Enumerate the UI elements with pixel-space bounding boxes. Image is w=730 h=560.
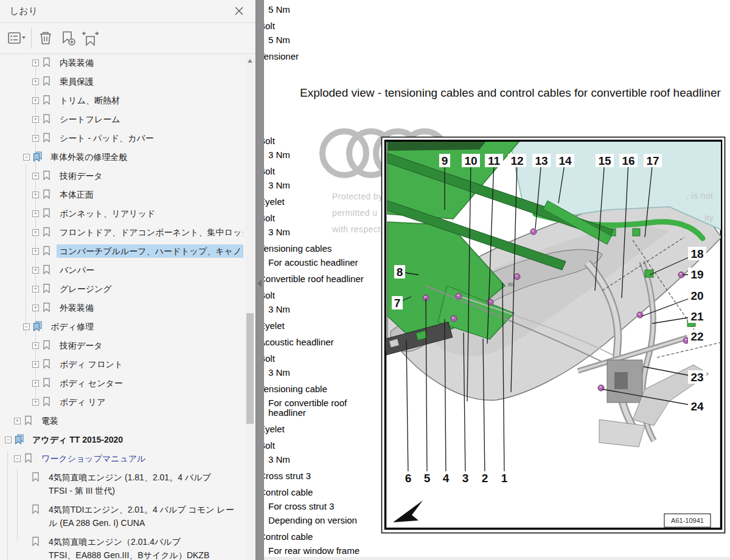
bookmark-item[interactable]: +コンバーチブルルーフ、ハードトップ、キャノピー — [0, 244, 243, 258]
bookmark-icon — [41, 133, 52, 143]
bookmark-label: 電装 — [38, 414, 61, 427]
bookmark-label: 技術データ — [57, 339, 106, 352]
bookmark-item[interactable]: +ボディ フロント — [0, 358, 243, 371]
delete-bookmark-icon[interactable] — [36, 29, 55, 47]
expand-toggle[interactable]: + — [32, 60, 39, 66]
close-panel-icon[interactable] — [234, 5, 245, 16]
expand-toggle[interactable]: + — [32, 78, 39, 85]
callout-23: 23 — [690, 371, 703, 384]
watermark-text: , is not — [686, 190, 714, 201]
bookmark-icon — [30, 504, 41, 514]
bookmark-item[interactable]: −ワークショップマニュアル — [0, 452, 243, 465]
chapter-icon — [32, 321, 43, 331]
scrollbar-thumb[interactable] — [246, 313, 254, 424]
bookmark-item[interactable]: 4気筒直噴エンジン（2.01.4バルブTFSI、EA888 Gen.III、Bサ… — [0, 535, 243, 560]
bookmark-label: 外装装備 — [57, 301, 97, 314]
callout-24: 24 — [690, 400, 704, 413]
bookmark-item[interactable]: +技術データ — [0, 169, 243, 182]
bookmarks-panel: しおり — [0, 0, 255, 560]
pane-divider[interactable] — [255, 0, 264, 560]
callout-20: 20 — [690, 289, 703, 302]
expand-toggle[interactable]: + — [32, 361, 39, 368]
expand-toggle[interactable]: + — [32, 210, 39, 217]
new-bookmark-icon[interactable] — [59, 29, 77, 47]
bookmark-item[interactable]: +フロントドア、ドアコンポーネント、集中ロック — [0, 226, 243, 239]
expand-toggle[interactable]: + — [32, 267, 39, 274]
bookmark-item[interactable]: +シート - パッド、カバー — [0, 131, 243, 145]
bookmark-item[interactable]: +グレージング — [0, 282, 243, 296]
expand-toggle[interactable]: + — [32, 305, 39, 311]
screw-highlight — [684, 339, 686, 340]
screw-highlight — [515, 275, 517, 277]
bookmark-icon — [30, 472, 41, 482]
bookmark-item[interactable]: +内装装備 — [0, 56, 243, 69]
bookmark-item[interactable]: +トリム、断熱材 — [0, 94, 243, 107]
bookmark-item[interactable]: +外装装備 — [0, 301, 243, 314]
bookmark-item[interactable]: +ボンネット、リアリッド — [0, 207, 243, 220]
screw — [487, 299, 493, 305]
bookmark-item[interactable]: +バンパー — [0, 263, 243, 277]
expand-toggle[interactable]: + — [32, 173, 39, 179]
callout-3: 3 — [462, 472, 469, 485]
bookmark-label: ボディ リア — [57, 395, 109, 409]
expand-current-bookmark-icon[interactable] — [80, 29, 99, 47]
bookmark-item[interactable]: +シートフレーム — [0, 112, 243, 126]
bookmark-item[interactable]: −車体外装の修理全般 — [0, 150, 243, 164]
bookmark-item[interactable]: +電装 — [0, 414, 243, 427]
bookmark-item[interactable]: −アウディ TT 2015-2020 — [0, 433, 243, 446]
bookmark-icon — [41, 396, 52, 407]
screw — [456, 293, 462, 299]
bookmarks-toolbar — [0, 23, 255, 54]
screw-highlight — [457, 294, 459, 296]
callout-10: 10 — [464, 154, 477, 167]
callout-14: 14 — [558, 154, 572, 167]
collapse-panel-icon[interactable] — [257, 280, 262, 287]
callout-5: 5 — [424, 472, 431, 485]
bookmark-item[interactable]: +ボディ リア — [0, 395, 243, 409]
bookmark-item[interactable]: +ボディ センター — [0, 376, 243, 390]
expand-toggle[interactable]: + — [32, 192, 39, 198]
bookmark-icon — [30, 536, 41, 547]
expand-toggle[interactable]: + — [32, 229, 39, 236]
bookmark-item[interactable]: +技術データ — [0, 339, 243, 352]
bookmark-label: 4気筒直噴エンジン（2.01.4バルブTFSI、EA888 Gen.III、Bサ… — [46, 535, 212, 560]
expand-toggle[interactable]: − — [23, 154, 30, 161]
expand-toggle[interactable]: − — [14, 455, 21, 462]
expand-toggle[interactable]: + — [32, 380, 39, 387]
bookmark-item[interactable]: +乗員保護 — [0, 75, 243, 88]
bookmark-item[interactable]: −ボディ修理 — [0, 320, 243, 333]
expand-toggle[interactable]: + — [14, 418, 21, 424]
bookmark-label: 技術データ — [57, 169, 106, 182]
bookmark-label: グレージング — [57, 282, 115, 296]
callout-18: 18 — [690, 247, 703, 260]
bookmark-label: コンバーチブルルーフ、ハードトップ、キャノピー — [57, 244, 243, 258]
callout-4: 4 — [443, 472, 450, 485]
expand-toggle[interactable]: + — [32, 399, 39, 406]
expand-toggle[interactable]: + — [32, 135, 39, 142]
expand-toggle[interactable]: + — [32, 248, 39, 255]
bookmark-item[interactable]: +本体正面 — [0, 188, 243, 201]
expand-toggle[interactable]: + — [32, 97, 39, 104]
expand-toggle[interactable]: − — [23, 323, 30, 330]
expand-toggle[interactable]: − — [5, 437, 12, 443]
bookmark-icon — [41, 76, 52, 86]
bookmark-options-icon[interactable] — [7, 29, 26, 47]
callout-1: 1 — [501, 472, 508, 485]
expand-toggle[interactable]: + — [32, 342, 39, 349]
bookmarks-scrollbar[interactable] — [245, 56, 255, 560]
bookmark-icon — [41, 95, 52, 105]
bookmark-icon — [23, 453, 33, 463]
scrollbar-up-arrow-icon[interactable] — [248, 59, 252, 63]
bookmark-label: シート - パッド、カバー — [57, 131, 157, 145]
bookmark-icon — [41, 264, 52, 275]
callout-9: 9 — [442, 154, 448, 167]
expand-toggle[interactable]: + — [32, 116, 39, 123]
bookmark-tree: +内装装備+乗員保護+トリム、断熱材+シートフレーム+シート - パッド、カバー… — [0, 56, 243, 560]
bookmark-item[interactable]: 4気筒直噴エンジン (1.81、2.01。4 バルブTFSI - 第 III 世… — [0, 471, 243, 497]
bookmark-item[interactable]: 4気筒TDIエンジン、2.01。4 バルブ コモン レール (EA 288 Ge… — [0, 503, 243, 530]
watermark-text: ity — [704, 212, 714, 223]
expand-toggle[interactable]: + — [32, 286, 39, 292]
callout-12: 12 — [510, 154, 523, 167]
figure-code: A61-10941 — [671, 517, 704, 524]
bookmark-icon — [41, 227, 52, 237]
